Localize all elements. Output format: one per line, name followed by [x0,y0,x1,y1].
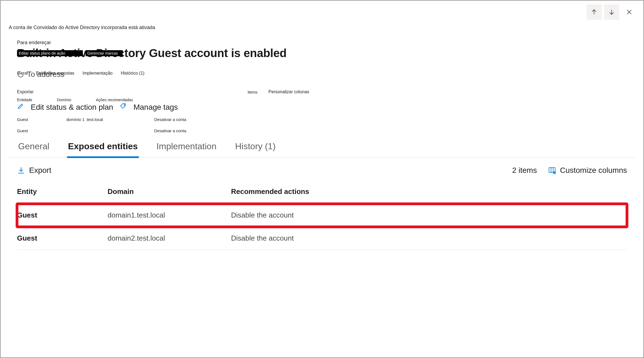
ghost-table-row: Guest Desativar a conta [17,128,635,133]
close-button[interactable] [621,4,637,20]
ghost-tab-exposed[interactable]: Entidades expostas [36,71,74,76]
cell-domain: domain2.test.local [108,234,231,243]
table-header: Entity Domain Recommended actions [17,182,627,204]
ghost-mini-header: Entidade Domínio Ações recomendadas [17,98,133,102]
ghost-cell-action: Desativar a conta [154,117,215,122]
table-row[interactable]: Guest domain1.test.local Disable the acc… [17,204,627,227]
manage-tags-button[interactable]: Manage tags [133,103,178,112]
edit-status-action-plan-button[interactable]: Edit status & action plan [31,103,113,112]
arrow-down-icon [608,9,615,16]
ghost-table-row: Guest domínio 1 .test.local Desativar a … [17,117,635,122]
ghost-header-entity: Entidade [17,98,32,102]
customize-columns-label: Customize columns [560,166,627,175]
items-count: 2 items [512,166,537,175]
tab-exposed-entities[interactable]: Exposed entities [67,139,139,157]
ghost-items-label: items [248,90,257,94]
ghost-tab-general[interactable]: Geral [17,71,28,76]
panel-root: A conta de Convidado do Active Directory… [0,0,644,358]
ghost-cell-domain: domínio 1 .test.local [66,117,127,122]
panel-header-actions [586,4,637,20]
ghost-export-row: Exportar items Personalizar colunas [17,89,635,94]
ghost-tab-implementation[interactable]: Implementação [83,71,113,76]
ghost-tab-history[interactable]: Histórico (1) [121,71,144,76]
arrow-up-icon [590,9,598,16]
header-recommended-actions[interactable]: Recommended actions [231,187,627,196]
ghost-cell-domain [66,128,127,133]
nav-up-button[interactable] [586,4,602,20]
ghost-title-row: Editar status plano de ação Gerenciar ma… [17,47,635,60]
cell-entity: Guest [17,211,108,219]
tab-history[interactable]: History (1) [234,139,277,157]
customize-columns-button[interactable]: Customize columns [548,166,627,175]
tab-implementation[interactable]: Implementation [155,139,218,157]
ghost-subtitle: Para endereçar [17,40,635,46]
tag-icon [120,103,127,112]
exposed-entities-table: Entity Domain Recommended actions Guest … [9,179,635,250]
download-icon [17,166,25,174]
ghost-header-domain: Domínio [57,98,71,102]
ghost-customize-label[interactable]: Personalizar colunas [268,89,309,94]
ghost-header-actions: Ações recomendadas [96,98,133,102]
cell-recommended-action: Disable the account [231,234,627,243]
cell-entity: Guest [17,234,108,243]
ghost-pill-manage-tags: Gerenciar marcas [86,50,123,56]
header-entity[interactable]: Entity [17,187,108,196]
ghost-export-label[interactable]: Exportar [17,89,33,94]
ghost-cell-entity: Guest [17,117,39,122]
columns-icon [548,166,556,174]
nav-down-button[interactable] [604,4,619,20]
ghost-cell-action: Desativar a conta [154,128,215,133]
localized-caption: A conta de Convidado do Active Directory… [9,25,635,30]
export-button[interactable]: Export [17,166,51,175]
close-icon [626,9,633,16]
ghost-cell-entity: Guest [17,128,39,133]
cell-domain: domain1.test.local [108,211,231,219]
ghost-table: Guest domínio 1 .test.local Desativar a … [17,117,635,133]
cell-recommended-action: Disable the account [231,211,627,219]
main-tabs: General Exposed entities Implementation … [9,139,635,158]
svg-point-0 [124,105,125,105]
edit-icon [17,103,24,112]
ghost-tabs: Geral Entidades expostas Implementação H… [17,71,635,76]
ghost-overlay-region: Para endereçar Editar status plano de aç… [9,40,635,133]
ghost-pill-edit-status: Editar status plano de ação [17,50,83,56]
table-row[interactable]: Guest domain2.test.local Disable the acc… [17,227,627,250]
ghost-action-row: Entidade Domínio Ações recomendadas Edit… [17,103,635,112]
header-domain[interactable]: Domain [108,187,231,196]
tab-general[interactable]: General [17,139,50,157]
export-label: Export [29,166,51,175]
toolbar: Export 2 items Customize columns [9,158,635,179]
